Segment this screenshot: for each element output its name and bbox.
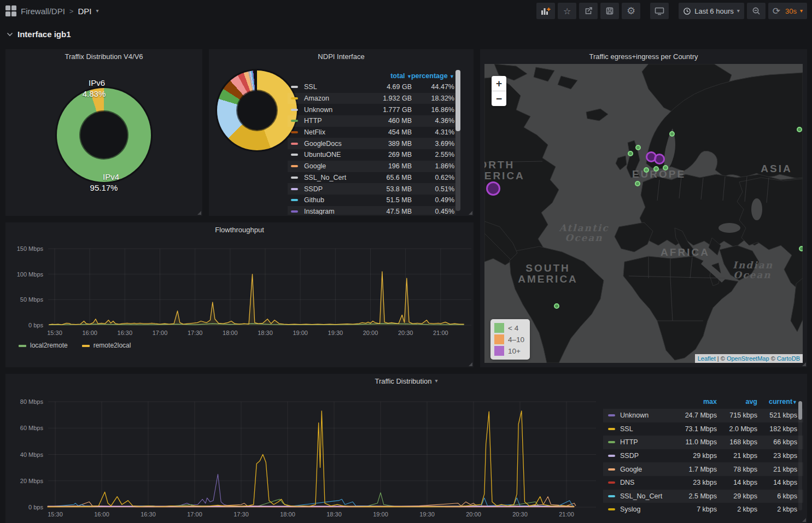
cell-avg: 715 kbps (719, 412, 757, 419)
series-name[interactable]: SSL (304, 83, 317, 91)
x-axis-tick-label: 19:00 (373, 511, 388, 518)
series-line-SSL (48, 411, 574, 507)
y-axis-tick-label: 80 Mbps (20, 398, 44, 405)
series-name[interactable]: DNS (620, 479, 634, 486)
traffic-circle[interactable] (635, 181, 640, 186)
traffic-circle[interactable] (797, 127, 802, 132)
y-axis-tick-label: 60 Mbps (20, 425, 44, 431)
series-name[interactable]: SSL_No_Cert (304, 174, 346, 181)
legend-item[interactable]: local2remote (19, 342, 68, 349)
map-attribution: Leaflet | © OpenStreetMap © CartoDB (695, 354, 803, 363)
dashboard-row-header[interactable]: Interface igb1 (0, 22, 812, 39)
traffic-circle[interactable] (654, 154, 665, 164)
chevron-down-icon[interactable]: ▾ (800, 8, 803, 14)
map-legend: < 44–1010+ (490, 319, 530, 360)
y-axis-tick-label: 0 bps (28, 504, 43, 510)
zoom-out-time-button[interactable] (747, 3, 766, 19)
series-name[interactable]: HTTP (620, 438, 638, 446)
series-name[interactable]: HTTP (304, 117, 322, 125)
scrollbar-thumb[interactable] (455, 70, 460, 131)
column-header-current[interactable]: current▼ (769, 398, 797, 406)
v4v6-donut-chart[interactable] (57, 88, 151, 182)
traffic-circle[interactable] (663, 165, 668, 171)
pie-slice-label: IPv4 (103, 172, 119, 181)
series-color-swatch (608, 455, 615, 457)
traffic-circle[interactable] (653, 166, 659, 172)
series-name[interactable]: Unknown (620, 412, 649, 419)
series-color-swatch (608, 495, 615, 497)
legend-color-swatch (494, 346, 504, 356)
zoom-out-button[interactable]: − (492, 91, 506, 106)
series-name: remote2local (94, 342, 131, 349)
time-range-picker[interactable]: Last 6 hours ▾ (679, 3, 744, 19)
series-name[interactable]: SSL (620, 425, 633, 433)
add-panel-button[interactable] (536, 3, 555, 19)
cell-pct: 0.51% (416, 185, 454, 193)
legend-item[interactable]: remote2local (82, 342, 131, 349)
traffic-circle[interactable] (644, 167, 649, 173)
series-name[interactable]: SSL_No_Cert (620, 492, 662, 500)
breadcrumb-dashboard[interactable]: DPI (78, 7, 91, 16)
x-axis-tick-label: 19:30 (419, 511, 435, 518)
series-name[interactable]: Google (620, 466, 642, 473)
series-name[interactable]: GoogleDocs (304, 140, 342, 148)
series-name[interactable]: Google (304, 162, 326, 170)
series-name[interactable]: Syslog (620, 506, 641, 513)
panel-title[interactable]: Traffix Distribution V4/V6 (5, 49, 202, 63)
magnifier-minus-icon (752, 7, 761, 15)
series-name[interactable]: NetFlix (304, 128, 325, 136)
panel-title[interactable]: NDPI Interface (209, 49, 474, 63)
x-axis-tick-label: 15:30 (48, 511, 63, 518)
cell-total: 51.5 MB (368, 196, 412, 204)
column-header-total[interactable]: total ▼ (390, 72, 412, 80)
series-name[interactable]: UbuntuONE (304, 151, 341, 158)
series-color-swatch (291, 120, 298, 122)
traffic-circle[interactable] (628, 151, 633, 156)
save-button[interactable] (600, 3, 619, 19)
column-header-avg[interactable]: avg (745, 398, 757, 406)
cartodb-link[interactable]: CartoDB (777, 355, 800, 362)
series-name[interactable]: Github (304, 196, 324, 204)
zoom-in-button[interactable]: + (492, 76, 506, 91)
y-axis-tick-label: 100 Mbps (17, 271, 44, 278)
x-axis-tick-label: 18:30 (258, 330, 273, 336)
scrollbar-track[interactable] (455, 70, 460, 211)
series-name[interactable]: Amazon (304, 95, 329, 102)
cell-total: 1.932 GB (368, 95, 412, 102)
column-header-percentage[interactable]: percentage ▼ (411, 72, 454, 80)
donut-hole (237, 91, 277, 130)
traffic-circle[interactable] (799, 246, 803, 251)
chevron-down-icon[interactable]: ▾ (96, 8, 98, 14)
series-name[interactable]: SSDP (304, 185, 323, 193)
cycle-view-button[interactable] (650, 3, 669, 19)
star-icon: ☆ (563, 6, 571, 16)
ndpi-donut-chart[interactable] (217, 70, 297, 150)
refresh-button[interactable]: ⟳ 30s ▾ (768, 3, 807, 19)
series-name[interactable]: Unknown (304, 106, 332, 114)
table-body: Unknown24.7 Mbps715 kbps521 kbpsSSL73.1 … (603, 409, 803, 516)
share-button[interactable] (579, 3, 598, 19)
scrollbar-track[interactable] (798, 401, 802, 510)
traffic-circle[interactable] (554, 303, 559, 309)
dashboard-grid-icon[interactable] (5, 5, 16, 16)
settings-button[interactable]: ⚙ (622, 3, 640, 19)
traffic-circle[interactable] (669, 131, 675, 137)
cell-current: 521 kbps (759, 412, 797, 419)
panel-title[interactable]: Traffic egress+ingress per Country (480, 49, 807, 63)
series-name[interactable]: Instagram (304, 208, 335, 215)
cell-avg: 21 kbps (719, 452, 757, 460)
x-axis-tick-label: 20:00 (363, 330, 378, 336)
cell-pct: 18.32% (416, 95, 454, 102)
series-name[interactable]: SSDP (620, 452, 639, 460)
world-map[interactable]: NORTHAMERICASOUTHAMERICAEUROPEASIAAFRICA… (484, 64, 803, 363)
openstreetmap-link[interactable]: OpenStreetMap (727, 355, 769, 362)
column-header-max[interactable]: max (703, 398, 717, 406)
scrollbar-thumb[interactable] (798, 401, 802, 420)
table-row: UbuntuONE269 MB2.55% (288, 149, 456, 161)
leaflet-link[interactable]: Leaflet (698, 355, 716, 362)
breadcrumb-folder[interactable]: Firewall/DPI (21, 7, 65, 16)
legend-label: < 4 (508, 324, 518, 332)
traffic-circle[interactable] (486, 181, 500, 196)
traffic-circle[interactable] (635, 145, 641, 150)
star-button[interactable]: ☆ (558, 3, 576, 19)
